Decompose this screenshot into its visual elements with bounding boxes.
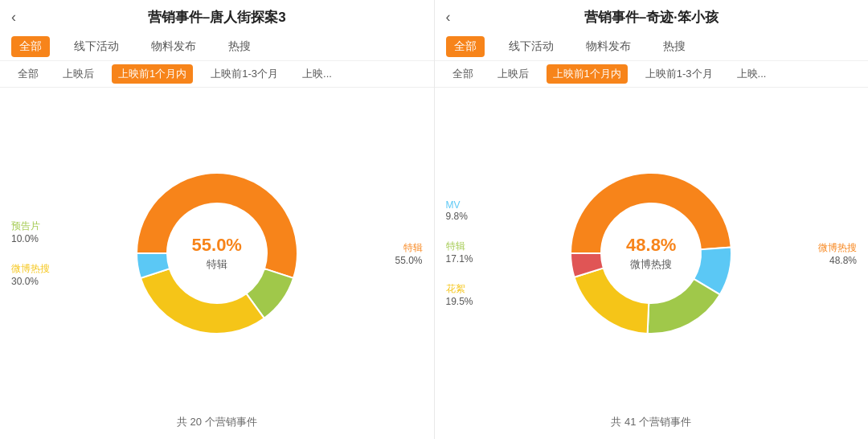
legend-pct-right: 48.8% xyxy=(829,254,857,265)
legend-item: 特辑 17.1% xyxy=(446,240,473,265)
donut-chart: 55.0% 特辑 xyxy=(125,161,309,346)
legend-name: 预告片 xyxy=(11,220,50,233)
tab-item-线下活动[interactable]: 线下活动 xyxy=(66,36,127,57)
legend-pct-right: 55.0% xyxy=(395,254,422,265)
legend-right: 微博热搜 48.8% xyxy=(818,240,857,265)
legend-name: 特辑 xyxy=(446,240,473,253)
total-label: 共 41 个营销事件 xyxy=(611,410,691,436)
legend-item-right: 微博热搜 48.8% xyxy=(818,240,857,265)
legend-right: 特辑 55.0% xyxy=(395,240,422,265)
panel-right: ‹ 营销事件–奇迹·笨小孩 全部线下活动物料发布热搜全部上映后上映前1个月内上映… xyxy=(435,0,869,439)
chart-container: 55.0% 特辑 预告片 10.0% 微博热搜 30.0% 特辑 55.0% xyxy=(0,96,434,410)
sub-tab-item[interactable]: 上映前1-3个月 xyxy=(204,64,285,84)
legend-pct: 30.0% xyxy=(11,276,50,287)
tab-item-全部[interactable]: 全部 xyxy=(446,36,485,57)
legend-left: 预告片 10.0% 微博热搜 30.0% xyxy=(11,220,50,287)
legend-name: 花絮 xyxy=(446,282,473,296)
legend-item: 花絮 19.5% xyxy=(446,282,473,307)
tab-item-线下活动[interactable]: 线下活动 xyxy=(501,36,562,57)
tab-item-热搜[interactable]: 热搜 xyxy=(220,36,259,57)
panel-title: 营销事件–奇迹·笨小孩 xyxy=(584,8,719,27)
legend-item: 微博热搜 30.0% xyxy=(11,262,50,287)
tab-row: 全部线下活动物料发布热搜 xyxy=(0,33,434,61)
sub-tab-item[interactable]: 上映后 xyxy=(491,64,535,84)
legend-name-right: 微博热搜 xyxy=(818,240,857,254)
legend-pct: 19.5% xyxy=(446,296,473,307)
legend-item: MV 9.8% xyxy=(446,199,473,222)
panel-header: ‹ 营销事件–奇迹·笨小孩 xyxy=(435,0,869,33)
legend-pct: 9.8% xyxy=(446,211,473,222)
sub-tab-row: 全部上映后上映前1个月内上映前1-3个月上映... xyxy=(435,61,869,88)
donut-center-label: 微博热搜 xyxy=(626,257,676,272)
legend-name-right: 特辑 xyxy=(403,240,423,254)
sub-tab-row: 全部上映后上映前1个月内上映前1-3个月上映... xyxy=(0,61,434,88)
tab-item-物料发布[interactable]: 物料发布 xyxy=(578,36,639,57)
back-icon[interactable]: ‹ xyxy=(11,9,16,26)
tab-item-物料发布[interactable]: 物料发布 xyxy=(143,36,204,57)
donut-pct: 55.0% xyxy=(192,235,242,256)
tab-row: 全部线下活动物料发布热搜 xyxy=(435,33,869,61)
sub-tab-item[interactable]: 上映后 xyxy=(56,64,100,84)
chart-container: 48.8% 微博热搜 MV 9.8% 特辑 17.1% 花絮 19.5% 微博热… xyxy=(435,96,869,410)
legend-item: 预告片 10.0% xyxy=(11,220,50,244)
panel-header: ‹ 营销事件–唐人街探案3 xyxy=(0,0,434,33)
sub-tab-item[interactable]: 全部 xyxy=(11,64,45,84)
legend-item-right: 特辑 55.0% xyxy=(395,240,422,265)
panel-title: 营销事件–唐人街探案3 xyxy=(148,8,286,27)
legend-pct: 10.0% xyxy=(11,233,50,244)
legend-left: MV 9.8% 特辑 17.1% 花絮 19.5% xyxy=(446,199,473,307)
sub-tab-item[interactable]: 全部 xyxy=(446,64,480,84)
tab-item-热搜[interactable]: 热搜 xyxy=(655,36,694,57)
tab-item-全部[interactable]: 全部 xyxy=(11,36,50,57)
donut-center: 48.8% 微博热搜 xyxy=(626,235,676,272)
chart-area: 48.8% 微博热搜 MV 9.8% 特辑 17.1% 花絮 19.5% 微博热… xyxy=(435,88,869,439)
sub-tab-item[interactable]: 上映... xyxy=(296,64,338,84)
sub-tab-item[interactable]: 上映... xyxy=(731,64,773,84)
sub-tab-item[interactable]: 上映前1-3个月 xyxy=(639,64,719,84)
legend-pct: 17.1% xyxy=(446,253,473,265)
total-label: 共 20 个营销事件 xyxy=(177,410,257,436)
legend-name: MV xyxy=(446,199,473,211)
donut-center-label: 特辑 xyxy=(192,257,242,272)
chart-area: 55.0% 特辑 预告片 10.0% 微博热搜 30.0% 特辑 55.0% 共… xyxy=(0,88,434,439)
sub-tab-item[interactable]: 上映前1个月内 xyxy=(112,64,193,84)
legend-name: 微博热搜 xyxy=(11,262,50,276)
panel-left: ‹ 营销事件–唐人街探案3 全部线下活动物料发布热搜全部上映后上映前1个月内上映… xyxy=(0,0,435,439)
donut-center: 55.0% 特辑 xyxy=(192,235,242,272)
back-icon[interactable]: ‹ xyxy=(446,9,451,26)
donut-pct: 48.8% xyxy=(626,235,676,256)
sub-tab-item[interactable]: 上映前1个月内 xyxy=(547,64,628,84)
donut-chart: 48.8% 微博热搜 xyxy=(559,161,743,346)
